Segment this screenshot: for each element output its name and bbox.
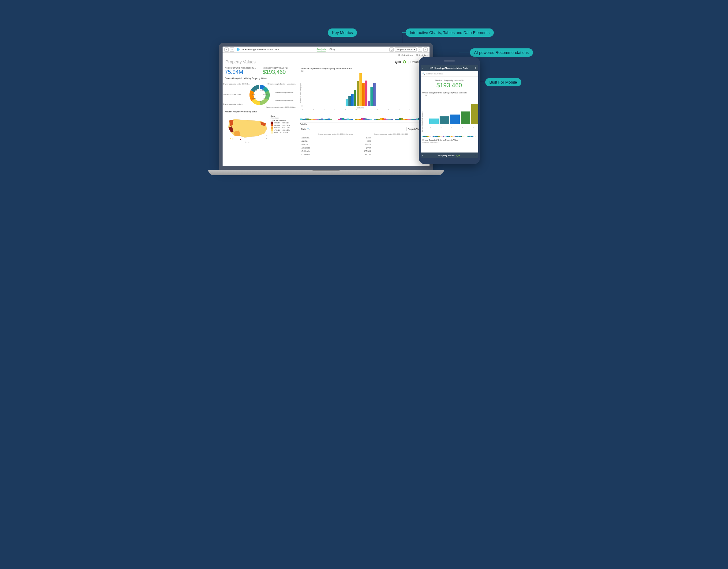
svg-text:⊖: ⊖ bbox=[266, 135, 267, 137]
phone-search[interactable]: Search your data bbox=[421, 71, 478, 77]
table-row[interactable]: Alabama9,344 bbox=[300, 136, 426, 139]
phone-bottombar: ‹ Property Values Qlik › bbox=[421, 152, 478, 158]
laptop-base bbox=[208, 170, 444, 175]
secondbar: ⊞ Selections ▥ Insights bbox=[223, 53, 430, 58]
insights-button[interactable]: ▥ Insights bbox=[416, 54, 428, 57]
app-topbar: ≡ ▾ 🌐 US Housing Characteristics Data An… bbox=[223, 47, 430, 53]
insights-icon: ▥ bbox=[416, 54, 418, 57]
tab-analysis[interactable]: Analysis bbox=[317, 48, 326, 51]
back-icon[interactable]: ‹ bbox=[422, 67, 423, 69]
search-icon bbox=[307, 128, 310, 130]
dropdown-icon[interactable]: ▾ bbox=[230, 47, 234, 52]
callout-key-metrics: Key Metrics bbox=[328, 28, 357, 37]
svg-point-8 bbox=[232, 138, 233, 140]
selections-icon: ⊞ bbox=[398, 54, 400, 57]
phone-app: ‹ US Housing Characteristics Data ≡ Sear… bbox=[421, 65, 478, 158]
svg-point-7 bbox=[230, 138, 231, 139]
menu-icon[interactable]: ≡ bbox=[475, 67, 476, 69]
map-title: Median Property Value by State bbox=[225, 110, 295, 113]
metric-median[interactable]: Median Property Value ($) $193,460 bbox=[263, 67, 295, 75]
tab-story[interactable]: Story bbox=[329, 48, 335, 51]
phone-sparkline[interactable] bbox=[421, 133, 478, 138]
page-title: Property Values bbox=[226, 59, 256, 64]
callout-interactive: Interactive Charts, Tables and Data Elem… bbox=[406, 28, 494, 37]
filter-state[interactable]: State bbox=[300, 127, 311, 131]
svg-point-10 bbox=[242, 140, 242, 140]
bookmark-icon[interactable]: ◻ bbox=[389, 47, 394, 52]
sparkline-strip[interactable] bbox=[300, 115, 427, 121]
details-table[interactable]: Owner-occupied units - $1,000,000 or mor… bbox=[300, 132, 427, 156]
phone-footer-title: Property Values bbox=[438, 154, 455, 156]
details-title: Details bbox=[300, 123, 427, 125]
callout-line bbox=[459, 52, 470, 52]
callout-line bbox=[402, 32, 406, 33]
globe-icon: 🌐 bbox=[237, 48, 240, 51]
table-row[interactable]: Alaska856 bbox=[300, 140, 426, 142]
metric-units[interactable]: Number of Units (with property ... 75.94… bbox=[225, 67, 257, 75]
search-icon bbox=[422, 73, 425, 75]
phone-bar-chart[interactable]: 2M bbox=[424, 94, 478, 125]
nav-prev-icon[interactable]: ‹ bbox=[422, 154, 423, 156]
metric-value: $193,460 bbox=[263, 69, 295, 75]
table-row[interactable]: Colorado27,124 bbox=[300, 153, 426, 156]
nav-next-icon[interactable]: › bbox=[423, 47, 428, 52]
svg-point-9 bbox=[240, 139, 241, 140]
svg-text:⊕: ⊕ bbox=[266, 138, 267, 139]
nav-prev-icon[interactable]: ‹ bbox=[418, 47, 422, 52]
sheets-dropdown[interactable]: Property Values ▾ bbox=[395, 47, 416, 52]
laptop-device: ≡ ▾ 🌐 US Housing Characteristics Data An… bbox=[219, 43, 433, 175]
phone-device: ‹ US Housing Characteristics Data ≡ Sear… bbox=[419, 57, 480, 164]
donut-title: Owner-Occupied Units by Property Value bbox=[225, 77, 295, 79]
selections-button[interactable]: ⊞ Selections bbox=[398, 54, 413, 57]
dashboard-app: ≡ ▾ 🌐 US Housing Characteristics Data An… bbox=[223, 47, 430, 166]
table-row[interactable]: California522,36330 bbox=[300, 150, 426, 152]
callout-ai: AI-powered Recommendations bbox=[470, 48, 533, 57]
barchart-title: Owner-Occupied Units by Property Value a… bbox=[300, 67, 427, 69]
phone-metric[interactable]: Median Property Value ($) $193,460 bbox=[421, 77, 478, 91]
metric-label: Median Property Value ($) bbox=[422, 79, 477, 82]
metric-label: Median Property Value ($) bbox=[263, 67, 295, 69]
phone-section2-sub: Owner-occupied units - $1... bbox=[422, 141, 476, 143]
callout-mobile: Built For Mobile bbox=[485, 78, 521, 86]
donut-chart[interactable]: Owner-occupied units - $500,0... Owner-o… bbox=[225, 81, 295, 109]
phone-chart-title: Owner-Occupied Units by Property Value a… bbox=[421, 91, 478, 94]
phone-section2-title: Owner-Occupied Units by Property Value bbox=[422, 139, 476, 141]
table-row[interactable]: Arkansas3,949 bbox=[300, 146, 426, 149]
metric-label: Number of Units (with property ... bbox=[225, 67, 257, 69]
app-title: US Housing Characteristics Data bbox=[241, 48, 279, 51]
nav-next-icon[interactable]: › bbox=[475, 154, 476, 156]
map-chart[interactable]: ⊕ ⊖ © Qlik State Area layer Color expres… bbox=[225, 114, 295, 144]
metric-value: 75.94M bbox=[225, 69, 257, 75]
menu-icon[interactable]: ≡ bbox=[224, 47, 229, 52]
phone-footer-brand: Qlik bbox=[456, 154, 460, 156]
bar-chart[interactable] bbox=[302, 70, 430, 107]
phone-title: US Housing Characteristics Data bbox=[430, 67, 468, 69]
table-row[interactable]: Arizona21,4732 bbox=[300, 143, 426, 146]
metric-value: $193,460 bbox=[422, 82, 477, 89]
